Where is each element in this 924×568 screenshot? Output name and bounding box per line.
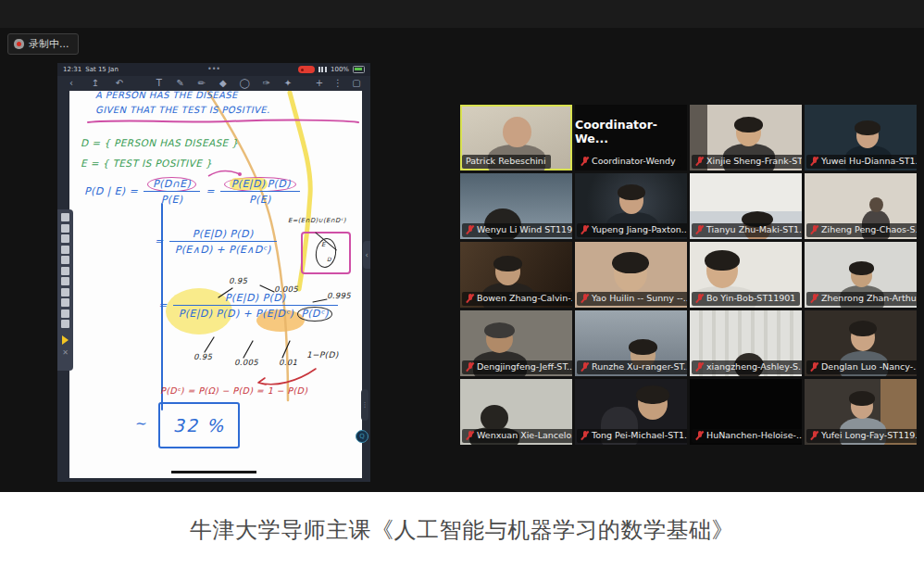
mic-muted-icon [695,431,704,441]
page-thumbnail[interactable] [61,256,69,264]
zoom-indicator-icon[interactable]: Q [356,430,368,443]
participant-name: xiangzheng-Ashley-S... [706,361,802,372]
participant-nameplate: Wenyu Li Wind ST119... [462,223,572,237]
board-header-line2: GIVEN THAT THE TEST IS POSITIVE. [95,105,270,115]
participant-tile[interactable]: Yufei Long-Fay-ST119... [805,379,917,445]
mic-muted-icon [810,362,818,372]
venn-diagram: E D [301,232,351,274]
recording-icon [14,39,24,49]
recording-indicator[interactable]: 录制中... [7,33,79,55]
page-thumbnail[interactable] [61,234,69,243]
participant-nameplate: Bo Yin-Bob-ST11901 [692,292,800,306]
eq1-frac1-den: P(E) [144,191,200,206]
participant-tile[interactable]: Yupeng Jiang-Paxton... [575,173,687,239]
participant-tile[interactable]: Denglan Luo -Nancy-... [805,310,917,376]
mic-muted-icon [466,294,474,304]
page-thumbnail[interactable] [61,298,69,307]
participant-tile[interactable]: Bo Yin-Bob-ST11901 [690,242,802,308]
eraser-tool-icon[interactable]: ◆ [219,76,228,91]
page-end-line [171,471,256,473]
screen-share-ipad: 12:31 Sat 15 Jan ••• 100% ‹ ↥ ↶ T ✎ ✏ ◆ [57,63,370,482]
participant-tile[interactable]: Wenxuan Xie-Lancelo... [460,379,572,445]
ipad-status-bar: 12:31 Sat 15 Jan ••• 100% [57,63,370,76]
battery-icon [353,66,365,73]
eq3-equals: = [158,299,168,311]
lasso-tool-icon[interactable]: ◯ [240,76,250,91]
page-thumbnail[interactable] [61,246,69,254]
participant-name: Bo Yin-Bob-ST11901 [706,293,795,304]
participant-name: Ziheng Peng-Chaos-S... [821,224,917,235]
sidebar-handle[interactable]: ‹ [363,241,370,269]
page-thumbnail-strip[interactable]: ✕ [57,209,73,371]
participant-name: Bowen Zhang-Calvin-... [477,293,572,304]
mic-muted-icon [810,157,818,167]
participant-tile[interactable]: Tong Pei-Michael-ST1... [575,379,687,445]
caption-bar: 牛津大学导师主课《人工智能与机器学习的数学基础》 [0,492,924,568]
participant-nameplate: Coordinator-Wendy [577,155,681,169]
board-def-d: D = { PERSON HAS DISEASE } [81,137,238,148]
status-left: 12:31 Sat 15 Jan [63,66,165,73]
participant-name: Zhenrong Zhan-Arthu... [821,293,917,304]
share-icon[interactable]: ↥ [91,76,100,91]
page-thumbnail[interactable] [61,224,69,233]
page-thumbnail[interactable] [61,277,69,285]
page-thumbnail[interactable] [61,267,69,275]
back-icon[interactable]: ‹ [67,76,76,91]
undo-icon[interactable]: ↶ [115,76,124,91]
page-thumbnail[interactable] [61,288,69,297]
mic-muted-icon [695,225,704,235]
participant-nameplate: Patrick Rebeschini [462,155,551,169]
participant-nameplate: Tianyu Zhu-Maki-ST1... [692,223,802,237]
participant-tile[interactable]: Bowen Zhang-Calvin-... [460,242,572,308]
participant-name: HuNanchen-Heloise-... [706,430,802,441]
more-menu-icon[interactable]: ⋮ [333,76,343,91]
page-thumbnail[interactable] [61,320,69,328]
text-tool-icon[interactable]: T [155,76,164,91]
marker-tool-icon[interactable]: ✏ [197,76,206,91]
participant-tile[interactable]: Tianyu Zhu-Maki-ST1... [690,173,802,239]
participant-tile[interactable]: HuNanchen-Heloise-... [690,379,802,445]
status-menu-dots[interactable]: ••• [165,65,263,74]
participant-tile[interactable]: Wenyu Li Wind ST119... [460,173,572,239]
participant-name: Yufei Long-Fay-ST119... [821,430,917,441]
participant-nameplate: Wenxuan Xie-Lancelo... [462,429,572,443]
page-thumbnail[interactable] [61,213,69,221]
eq3-den-a: P(E|D) [179,308,213,320]
pen-tool-icon[interactable]: ✎ [176,76,185,91]
participant-tile-wendy[interactable]: Coordinator-We... Coordinator-Wendy [575,105,687,170]
participant-tile[interactable]: xiangzheng-Ashley-S... [690,310,802,376]
page-thumbnail[interactable] [61,309,69,318]
mic-muted-icon [581,294,589,304]
window-top-bar [0,0,924,28]
annotation-top-005: 0.005 [274,284,298,294]
participant-nameplate: Yufei Long-Fay-ST119... [806,429,917,443]
participant-nameplate: Dengjingfeng-Jeff-ST... [462,360,572,374]
close-strip-icon[interactable]: ✕ [62,348,69,357]
participant-tile[interactable]: Yuwei Hu-Dianna-ST1... [805,105,917,170]
venn-label-e: E [321,241,325,248]
annotation-bot-95: 0.95 [194,352,212,361]
mic-muted-icon [695,294,704,304]
participant-tile[interactable]: Dengjingfeng-Jeff-ST... [460,310,572,376]
play-arrow-icon[interactable] [62,335,69,345]
laser-pointer-icon[interactable]: ✦ [283,76,293,91]
screen-record-pill-icon[interactable] [298,66,315,73]
participant-tile[interactable]: Ziheng Peng-Chaos-S... [805,173,917,239]
scroll-indicator[interactable]: ⋮ [361,389,368,421]
participant-nameplate: HuNanchen-Heloise-... [692,429,802,443]
participant-tile[interactable]: Yao Huilin -- Sunny --... [575,242,687,308]
participant-tile-patrick[interactable]: Patrick Rebeschini [460,105,572,170]
eq1-lhs: P(D | E) = [84,185,138,197]
add-page-icon[interactable]: + [315,76,324,91]
shapes-tool-icon[interactable]: ✑ [262,76,271,91]
result-value: 32 % [173,415,225,435]
participant-tile[interactable]: Runzhe Xu-ranger-ST... [575,310,687,376]
participant-tile[interactable]: Zhenrong Zhan-Arthu... [805,242,917,308]
participant-nameplate: Runzhe Xu-ranger-ST... [577,360,687,374]
mic-muted-icon [581,225,589,235]
eq1-frac2-num-b: P(D) [268,178,291,190]
participant-tile[interactable]: Xinjie Sheng-Frank-ST... [690,105,802,170]
participant-name: Patrick Rebeschini [466,156,546,167]
annotation-bot-01: 0.01 [279,358,297,367]
pages-icon[interactable]: ▢ [352,76,361,91]
